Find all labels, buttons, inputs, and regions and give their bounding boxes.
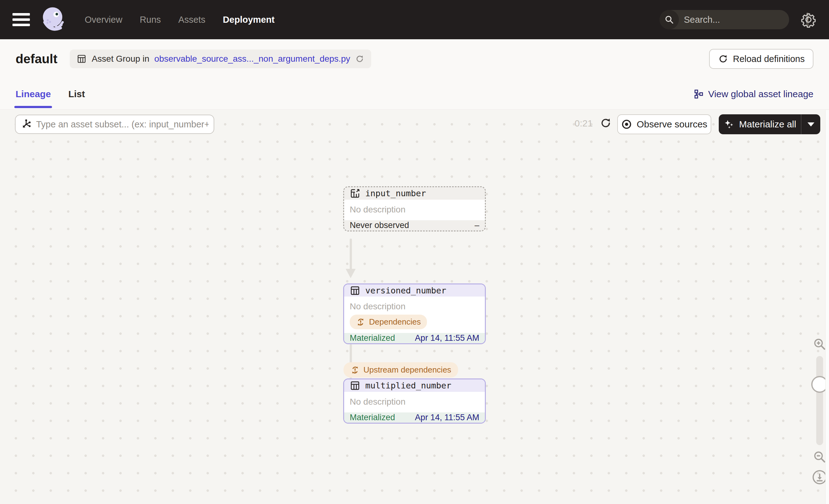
asset-status-value: –: [475, 220, 479, 230]
tab-list-label: List: [68, 89, 85, 99]
asset-node-header[interactable]: versioned_number: [344, 284, 485, 296]
sparkle-icon: [723, 119, 735, 130]
asset-status-label: Materialized: [350, 333, 395, 343]
page-header: default Asset Group in observable_source…: [0, 39, 829, 78]
asset-status-footer: Materialized Apr 14, 11:55 AM: [344, 333, 485, 343]
upstream-dependencies-label: Upstream dependencies: [363, 365, 451, 375]
asset-node-header[interactable]: input_number: [344, 187, 485, 200]
page-title: default: [15, 52, 57, 66]
asset-status-footer: Never observed –: [344, 220, 485, 230]
table-icon: [77, 54, 86, 64]
sync-alert-icon: [356, 317, 365, 327]
asset-graph-filter-icon: [21, 119, 32, 130]
reload-definitions-button[interactable]: Reload definitions: [709, 49, 814, 69]
table-asset-icon: [350, 285, 360, 296]
upstream-dependencies-badge[interactable]: Upstream dependencies: [344, 362, 458, 377]
nav-item-deployment[interactable]: Deployment: [223, 15, 275, 25]
tabs-row: Lineage List View global asset lineage: [0, 78, 829, 110]
global-search[interactable]: /: [659, 10, 789, 29]
materialize-all-button[interactable]: Materialize all: [719, 114, 820, 134]
table-asset-icon: [350, 380, 360, 391]
tab-list[interactable]: List: [68, 78, 85, 109]
asset-node-versioned-number[interactable]: versioned_number No description Dependen…: [343, 284, 486, 344]
reload-definitions-label: Reload definitions: [733, 54, 805, 64]
settings-gear-icon[interactable]: [800, 11, 817, 28]
asset-node-multiplied-number[interactable]: multiplied_number No description Materia…: [343, 379, 486, 424]
asset-status-timestamp[interactable]: Apr 14, 11:55 AM: [415, 333, 479, 343]
tab-lineage-label: Lineage: [15, 89, 51, 99]
zoom-slider[interactable]: [816, 356, 823, 445]
asset-status-timestamp[interactable]: Apr 14, 11:55 AM: [415, 413, 479, 422]
scrollbar-gutter[interactable]: [825, 110, 829, 504]
edge-input-to-versioned: [350, 239, 352, 273]
refresh-icon[interactable]: [355, 54, 364, 64]
asset-name: versioned_number: [365, 286, 446, 295]
dependencies-badge[interactable]: Dependencies: [350, 315, 427, 329]
asset-name: input_number: [365, 188, 426, 198]
asset-description: No description: [350, 395, 479, 409]
refresh-timer: 0:21: [575, 118, 592, 129]
asset-description: No description: [350, 203, 479, 216]
dagster-logo-icon[interactable]: [37, 3, 70, 36]
view-global-asset-lineage-link[interactable]: View global asset lineage: [693, 89, 814, 99]
observe-sources-button[interactable]: Observe sources: [617, 114, 711, 134]
asset-name: multiplied_number: [365, 381, 451, 390]
asset-node-header[interactable]: multiplied_number: [344, 380, 485, 392]
menu-hamburger-icon[interactable]: [12, 13, 30, 26]
nav-item-runs[interactable]: Runs: [140, 15, 161, 25]
asset-graph-canvas[interactable]: 0:21 Observe sources Materialize all: [0, 110, 829, 504]
dependencies-badge-label: Dependencies: [369, 317, 421, 327]
sync-alert-icon: [350, 365, 360, 375]
edge-arrowhead-icon: [346, 269, 356, 278]
materialize-all-label: Materialize all: [739, 119, 796, 130]
zoom-in-icon[interactable]: [813, 337, 827, 351]
search-input[interactable]: [679, 15, 806, 25]
graph-refresh-icon[interactable]: [600, 117, 612, 129]
nav-item-overview[interactable]: Overview: [85, 15, 122, 25]
nav-item-assets[interactable]: Assets: [178, 15, 206, 25]
asset-subset-filter[interactable]: [15, 115, 214, 134]
top-navbar: Overview Runs Assets Deployment /: [0, 0, 829, 39]
zoom-out-icon[interactable]: [813, 450, 827, 464]
asset-status-label: Materialized: [350, 413, 395, 422]
main-nav: Overview Runs Assets Deployment: [85, 15, 275, 25]
search-icon: [659, 10, 679, 29]
reload-icon: [718, 53, 728, 64]
tab-lineage[interactable]: Lineage: [15, 78, 51, 109]
materialize-all-dropdown[interactable]: [801, 114, 820, 134]
asset-node-input-number[interactable]: input_number No description Never observ…: [343, 186, 486, 231]
active-tab-underline: [14, 106, 52, 108]
eye-icon: [621, 119, 632, 130]
asset-description: No description: [350, 300, 479, 313]
observable-source-asset-icon: [350, 188, 360, 199]
asset-group-file-link[interactable]: observable_source_ass..._non_argument_de…: [154, 54, 350, 64]
lineage-graph-icon: [693, 89, 704, 99]
asset-subset-input[interactable]: [36, 119, 209, 130]
asset-status-footer: Materialized Apr 14, 11:55 AM: [344, 412, 485, 423]
chevron-down-icon: [807, 122, 814, 127]
observe-sources-label: Observe sources: [637, 119, 708, 130]
view-global-asset-lineage-label: View global asset lineage: [708, 89, 814, 99]
asset-group-prefix: Asset Group in: [92, 54, 149, 64]
asset-group-breadcrumb: Asset Group in observable_source_ass..._…: [70, 49, 371, 68]
asset-status-label: Never observed: [350, 220, 409, 230]
